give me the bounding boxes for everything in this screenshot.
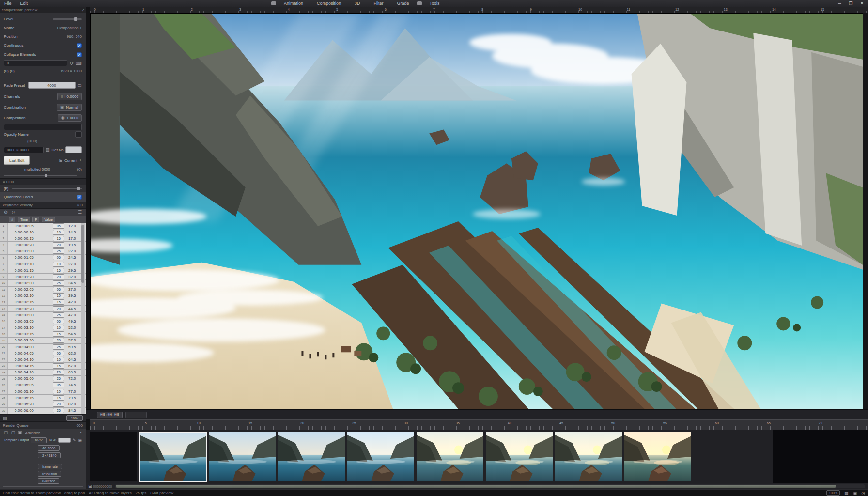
menu-edit[interactable]: Edit (16, 0, 32, 7)
keyframe-row[interactable]: 110:00:02:050537.0 (0, 287, 86, 293)
timeline-scrollbar-thumb[interactable] (116, 485, 836, 488)
fit-label[interactable]: [F] (4, 186, 8, 191)
keyframe-row[interactable]: 140:00:02:202044.5 (0, 306, 86, 312)
empty-clip-slot[interactable] (90, 432, 137, 481)
swap-icon[interactable]: ▥ (46, 147, 50, 152)
keyframe-row[interactable]: 270:00:05:101077.0 (0, 388, 86, 395)
table-header-cell[interactable]: Time (18, 217, 30, 222)
list-icon[interactable]: ☰ (78, 210, 82, 215)
menu-3d[interactable]: 3D (349, 0, 366, 7)
menu-grade[interactable]: Grade (391, 0, 415, 7)
render-chip[interactable]: frame rate (38, 464, 62, 469)
channels-button[interactable]: ◫0.0000 (57, 93, 82, 100)
minimize-button[interactable]: ─ (837, 1, 843, 6)
snap-check-icon[interactable]: ✓ (81, 8, 85, 13)
timeline-clip[interactable] (417, 432, 483, 481)
square-icon[interactable]: ▢ (4, 430, 8, 435)
template-value-chip[interactable]: 6/7/2 (31, 437, 47, 443)
menu-filter[interactable]: Filter (368, 0, 389, 7)
keyframe-row[interactable]: 150:00:03:002547.0 (0, 312, 86, 318)
last-edit-button[interactable]: Last Edit (4, 156, 30, 165)
advance-label[interactable]: Advance (25, 431, 40, 435)
record-icon[interactable]: ◎ (12, 210, 16, 215)
keyframe-row[interactable]: 290:00:05:202082.0 (0, 401, 86, 407)
continuous-checkbox[interactable]: ✓ (77, 43, 82, 48)
clock-small-icon[interactable]: ◔ (79, 430, 82, 435)
render-chip[interactable]: resolution (38, 471, 61, 477)
plus-icon[interactable]: + (79, 158, 82, 163)
rgb-field[interactable] (58, 438, 70, 443)
table-header-cell[interactable]: Value (42, 217, 55, 222)
fade-slider[interactable] (4, 175, 77, 176)
keyframe-row[interactable]: 230:00:04:151567.0 (0, 363, 86, 369)
keyframe-row[interactable]: 280:00:05:151579.5 (0, 395, 86, 401)
keyframe-row[interactable]: 210:00:04:050562.0 (0, 350, 86, 356)
filled-square-icon[interactable]: ▣ (18, 430, 22, 435)
composition-button[interactable]: ◉1.0000 (58, 114, 82, 122)
combination-button[interactable]: ▣Normal (57, 104, 82, 111)
timeline-clip[interactable] (624, 432, 691, 481)
def-field[interactable] (65, 146, 82, 153)
keyframe-row[interactable]: 120:00:02:101039.5 (0, 293, 86, 299)
keyframe-row[interactable]: 220:00:04:101064.5 (0, 356, 86, 363)
timeline-scrollbar-track[interactable] (115, 484, 865, 488)
keyframe-row[interactable]: 200:00:04:002559.5 (0, 344, 86, 350)
keyframe-row[interactable]: 50:00:01:002522.0 (0, 248, 86, 255)
timeline-clip[interactable] (209, 432, 276, 481)
clock-icon[interactable]: ◷ (861, 491, 865, 496)
gear-icon[interactable]: ⚙ (4, 210, 8, 215)
timeline-clip[interactable] (347, 432, 414, 481)
render-chip[interactable]: 8-bit/sec (38, 478, 59, 484)
table-scrollbar[interactable] (81, 223, 85, 414)
keyframe-row[interactable]: 70:00:01:101027.0 (0, 261, 86, 267)
keyframe-row[interactable]: 130:00:02:151542.0 (0, 299, 86, 306)
render-chip[interactable]: 2× / 3840 (38, 452, 61, 458)
keyframe-row[interactable]: 180:00:03:151554.5 (0, 331, 86, 338)
keyframe-row[interactable]: 90:00:01:202032.0 (0, 274, 86, 280)
grid-icon[interactable]: ⊞ (59, 158, 63, 163)
timeline-clip[interactable] (140, 432, 206, 481)
timecode-field[interactable] (125, 412, 147, 418)
empty-field[interactable] (4, 124, 82, 130)
refresh-icon[interactable]: ⟳ (70, 61, 74, 66)
layers-icon[interactable]: ▦ (844, 491, 849, 496)
preview-viewport[interactable] (90, 13, 863, 409)
folder-icon[interactable]: 🗀 (78, 83, 82, 88)
current-label[interactable]: Current (64, 158, 78, 163)
keyframe-row[interactable]: 190:00:03:202057.0 (0, 338, 86, 344)
table-header-cell[interactable]: F (32, 217, 39, 222)
keyboard-icon[interactable]: ⌨ (76, 61, 82, 66)
menu-animation[interactable]: Animation (278, 0, 309, 7)
menu-tools[interactable]: Tools (424, 0, 446, 7)
timeline-clip[interactable] (486, 432, 553, 481)
keyframe-row[interactable]: 260:00:05:050574.5 (0, 382, 86, 388)
keyframe-row[interactable]: 80:00:01:151529.5 (0, 267, 86, 274)
keyframe-row[interactable]: 160:00:03:050549.5 (0, 318, 86, 325)
name-value[interactable]: Composition 1 (57, 26, 82, 30)
image-icon[interactable]: ▣ (853, 491, 857, 496)
zoom-level-badge[interactable]: 100% (826, 490, 840, 496)
keyframe-row[interactable]: 250:00:05:002572.0 (0, 376, 86, 382)
keyframe-row[interactable]: 240:00:04:202069.5 (0, 370, 86, 376)
pen-icon[interactable]: ✎ (73, 438, 77, 443)
render-chip[interactable]: 40–2000 (38, 445, 60, 451)
keyframe-row[interactable]: 30:00:00:151517.0 (0, 235, 86, 242)
timeline-clip[interactable] (278, 432, 345, 481)
dot-icon[interactable]: ◉ (78, 438, 82, 443)
menu-file[interactable]: File (0, 0, 16, 7)
timeline-ruler[interactable]: 0510152025303540455055606570 (90, 419, 868, 430)
timeline-clip[interactable] (555, 432, 622, 481)
keyframe-row[interactable]: 40:00:00:202019.5 (0, 242, 86, 248)
close-button[interactable]: ✕ (859, 1, 865, 6)
fade-preset-input[interactable]: 4000 (28, 82, 76, 89)
table-header-cell[interactable]: # (9, 217, 16, 222)
keyframe-row[interactable]: 60:00:01:050524.5 (0, 255, 86, 261)
quantize-checkbox[interactable]: ✓ (77, 195, 82, 200)
keyframe-row[interactable]: 300:00:06:002584.5 (0, 408, 86, 414)
level-slider[interactable] (53, 18, 82, 20)
position-value[interactable]: 960, 540 (67, 34, 82, 39)
square2-icon[interactable]: ▢ (11, 430, 16, 435)
fit-slider[interactable] (12, 188, 82, 189)
horizontal-ruler[interactable]: 0123456789101112131415 (90, 7, 868, 13)
keyframe-row[interactable]: 170:00:03:101052.0 (0, 325, 86, 331)
